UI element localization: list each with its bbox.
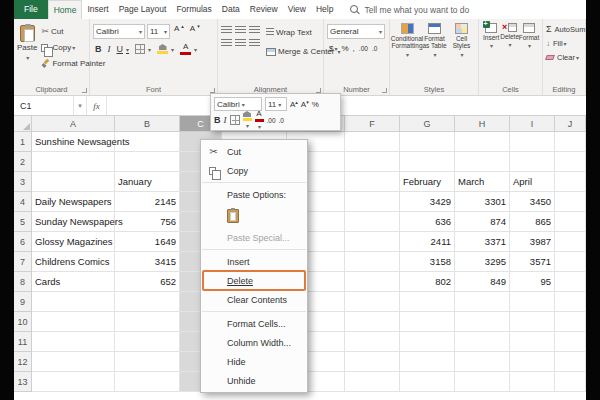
- cell-G11[interactable]: [400, 332, 455, 352]
- mini-italic-button[interactable]: I: [224, 115, 227, 125]
- cell-B5[interactable]: 756: [115, 212, 180, 232]
- cell-B11[interactable]: [115, 332, 180, 352]
- mini-bold-button[interactable]: B: [214, 115, 221, 125]
- align-middle-icon[interactable]: [235, 26, 246, 35]
- row-header-5[interactable]: 5: [14, 212, 32, 232]
- conditional-formatting-button[interactable]: Conditional Formatting: [393, 23, 421, 82]
- cell-G5[interactable]: 636: [400, 212, 455, 232]
- formula-input[interactable]: [107, 96, 586, 115]
- tab-file[interactable]: File: [14, 0, 48, 19]
- col-header-F[interactable]: F: [345, 116, 400, 132]
- row-header-7[interactable]: 7: [14, 252, 32, 272]
- cell-B7[interactable]: 3415: [115, 252, 180, 272]
- col-header-A[interactable]: A: [32, 116, 115, 132]
- cell-J8[interactable]: [555, 272, 586, 292]
- cell-I9[interactable]: [510, 292, 555, 312]
- cell-J9[interactable]: [555, 292, 586, 312]
- cell-G2[interactable]: [400, 152, 455, 172]
- cell-G8[interactable]: 802: [400, 272, 455, 292]
- cell-F8[interactable]: [345, 272, 400, 292]
- cell-B3[interactable]: January: [115, 172, 180, 192]
- tab-page-layout[interactable]: Page Layout: [114, 0, 172, 19]
- align-right-icon[interactable]: [249, 39, 260, 48]
- context-menu-item-delete[interactable]: Delete: [201, 271, 307, 290]
- cell-F2[interactable]: [345, 152, 400, 172]
- insert-cells-button[interactable]: Insert: [482, 23, 500, 82]
- mini-font-size-combo[interactable]: 11: [265, 97, 287, 111]
- paste-button[interactable]: Paste: [17, 22, 37, 82]
- cell-A4[interactable]: Daily Newspapers: [32, 192, 115, 212]
- align-center-icon[interactable]: [235, 39, 246, 48]
- cell-F11[interactable]: [345, 332, 400, 352]
- cell-F1[interactable]: [345, 132, 400, 152]
- context-menu-item-clear-contents[interactable]: Clear Contents: [201, 290, 307, 309]
- cell-F10[interactable]: [345, 312, 400, 332]
- row-header-1[interactable]: 1: [14, 132, 32, 152]
- cell-H1[interactable]: [455, 132, 510, 152]
- cell-J7[interactable]: [555, 252, 586, 272]
- format-as-table-button[interactable]: Format as Table: [421, 23, 448, 82]
- col-header-J[interactable]: J: [555, 116, 586, 132]
- cell-A9[interactable]: [32, 292, 115, 312]
- cell-G13[interactable]: [400, 372, 455, 392]
- cell-H13[interactable]: [455, 372, 510, 392]
- fill-button[interactable]: ↓ Fill: [546, 36, 582, 50]
- tab-view[interactable]: View: [283, 0, 311, 19]
- cell-F12[interactable]: [345, 352, 400, 372]
- format-cells-button[interactable]: Format: [519, 23, 539, 82]
- cell-F5[interactable]: [345, 212, 400, 232]
- row-header-6[interactable]: 6: [14, 232, 32, 252]
- row-header-10[interactable]: 10: [14, 312, 32, 332]
- fill-color-button[interactable]: [155, 42, 176, 57]
- cell-H4[interactable]: 3301: [455, 192, 510, 212]
- col-header-B[interactable]: B: [115, 116, 180, 132]
- cell-H2[interactable]: [455, 152, 510, 172]
- cell-F6[interactable]: [345, 232, 400, 252]
- cell-H11[interactable]: [455, 332, 510, 352]
- cell-H10[interactable]: [455, 312, 510, 332]
- cell-H6[interactable]: 3371: [455, 232, 510, 252]
- cell-J2[interactable]: [555, 152, 586, 172]
- cell-I6[interactable]: 3987: [510, 232, 555, 252]
- percent-format-button[interactable]: %: [341, 44, 348, 53]
- italic-button[interactable]: I: [106, 42, 113, 57]
- delete-cells-button[interactable]: × Delete: [500, 23, 519, 82]
- mini-shrink-font-button[interactable]: A▾: [301, 100, 309, 109]
- cell-G4[interactable]: 3429: [400, 192, 455, 212]
- cell-G7[interactable]: 3158: [400, 252, 455, 272]
- cell-H3[interactable]: March: [455, 172, 510, 192]
- cell-B12[interactable]: [115, 352, 180, 372]
- cell-J13[interactable]: [555, 372, 586, 392]
- name-box-dropdown-icon[interactable]: ▾: [74, 96, 87, 115]
- context-menu-item-insert[interactable]: Insert: [201, 252, 307, 271]
- col-header-G[interactable]: G: [400, 116, 455, 132]
- cell-H8[interactable]: 849: [455, 272, 510, 292]
- mini-borders-button[interactable]: [230, 115, 240, 125]
- mini-decrease-decimal-button[interactable]: .0: [279, 117, 284, 124]
- cell-H7[interactable]: 3295: [455, 252, 510, 272]
- row-header-9[interactable]: 9: [14, 292, 32, 312]
- comma-format-button[interactable]: ,: [353, 44, 355, 53]
- context-menu-item-column-width[interactable]: Column Width...: [201, 333, 307, 352]
- cell-A7[interactable]: Childrens Comics: [32, 252, 115, 272]
- cell-B6[interactable]: 1649: [115, 232, 180, 252]
- mini-font-color-button[interactable]: A: [255, 110, 264, 130]
- cell-I8[interactable]: 95: [510, 272, 555, 292]
- tab-insert[interactable]: Insert: [82, 0, 113, 19]
- cell-F4[interactable]: [345, 192, 400, 212]
- cell-B13[interactable]: [115, 372, 180, 392]
- number-dialog-launcher-icon[interactable]: [382, 88, 387, 93]
- clear-button[interactable]: Clear: [546, 50, 582, 64]
- cell-A3[interactable]: [32, 172, 115, 192]
- col-header-I[interactable]: I: [510, 116, 555, 132]
- cell-J11[interactable]: [555, 332, 586, 352]
- mini-font-name-combo[interactable]: Calibri: [214, 97, 262, 111]
- font-color-button[interactable]: A: [178, 42, 199, 57]
- cell-I4[interactable]: 3450: [510, 192, 555, 212]
- cell-B8[interactable]: 652: [115, 272, 180, 292]
- row-header-12[interactable]: 12: [14, 352, 32, 372]
- paste-option-icon[interactable]: [227, 209, 239, 223]
- tell-me-search[interactable]: Tell me what you want to do: [350, 0, 469, 19]
- cell-A5[interactable]: Sunday Newspapers: [32, 212, 115, 232]
- cell-B2[interactable]: [115, 152, 180, 172]
